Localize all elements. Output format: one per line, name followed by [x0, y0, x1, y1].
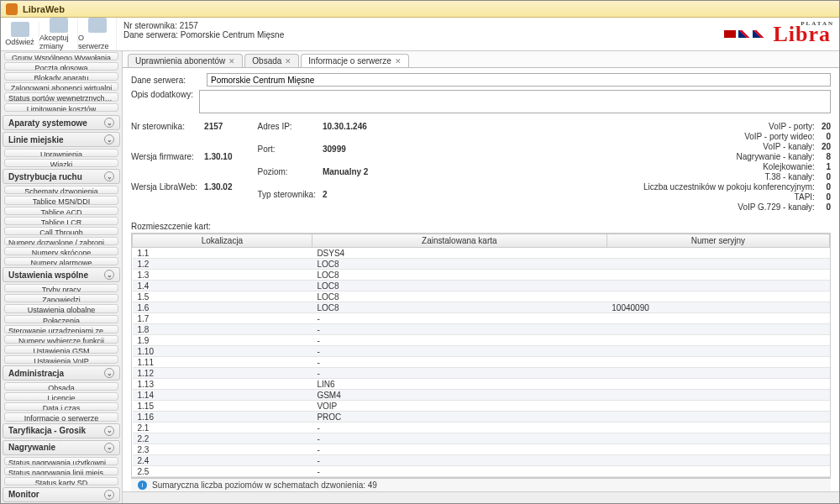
sidebar-item[interactable]: Ustawienia GSM	[4, 345, 118, 354]
sidebar-item[interactable]: Numery dozwolone / zabronione	[4, 237, 118, 245]
info-right: VoIP - porty:20VoIP - porty wideo:0VoIP …	[643, 122, 831, 212]
sidebar-item[interactable]: Tablice LCR	[4, 217, 118, 225]
flag-pl-icon[interactable]	[724, 30, 736, 38]
table-cell: LOC8	[312, 302, 606, 313]
info-value: 0	[822, 202, 831, 212]
table-row[interactable]: 1.16PROC	[133, 412, 830, 423]
table-row[interactable]: 1.13LIN6	[133, 379, 830, 390]
sidebar-item[interactable]: Data i czas	[4, 402, 118, 411]
status-text: Sumaryczna liczba poziomów w schematach …	[152, 480, 377, 490]
accordion-header[interactable]: Aparaty systemowe⌄	[3, 115, 120, 130]
table-row[interactable]: 1.7-	[133, 313, 830, 324]
accordion-header[interactable]: Administracja⌄	[3, 365, 120, 381]
sidebar-item[interactable]: Poczta głosowa	[4, 62, 118, 71]
column-header[interactable]: Lokalizacja	[133, 234, 312, 248]
accordion-header[interactable]: Taryfikacja - Grosik⌄	[3, 423, 120, 438]
info-value: 0	[822, 192, 831, 202]
table-row[interactable]: 1.12-	[133, 368, 830, 379]
sidebar-item[interactable]: Grupy Wspólnego Wywołania	[4, 52, 118, 60]
chevron-down-icon: ⌄	[104, 270, 114, 280]
sidebar-item[interactable]: Status karty SD	[4, 477, 118, 486]
table-row[interactable]: 2.4-	[133, 455, 830, 466]
sidebar-item[interactable]: Numery alarmowe	[4, 257, 118, 265]
table-cell: LIN6	[312, 379, 606, 390]
sidebar-item[interactable]: Ustawienia globalne	[4, 304, 118, 312]
sidebar-item[interactable]: Informacje o serwerze	[4, 412, 118, 421]
table-row[interactable]: 1.4LOC8	[133, 281, 830, 291]
table-row[interactable]: 1.14GSM4	[133, 390, 830, 401]
table-row[interactable]: 1.11-	[133, 357, 830, 368]
refresh-button[interactable]: Odśwież	[1, 22, 39, 46]
close-icon[interactable]: ✕	[395, 57, 402, 66]
sidebar-item[interactable]: Limitowanie kosztów	[4, 103, 118, 112]
accordion-header[interactable]: Dystrybucja ruchu⌄	[3, 169, 120, 184]
sidebar-item[interactable]: Tryby pracy	[4, 284, 118, 292]
table-cell	[606, 270, 829, 281]
tab[interactable]: Informacje o serwerze✕	[301, 54, 408, 67]
table-cell	[606, 455, 829, 466]
table-cell: 1.11	[133, 357, 312, 368]
column-header[interactable]: Zainstalowana karta	[312, 234, 606, 248]
tab[interactable]: Obsada✕	[244, 54, 299, 67]
table-row[interactable]: 1.3LOC8	[133, 270, 830, 281]
about-server-button[interactable]: O serwerze	[78, 18, 117, 50]
accordion-header[interactable]: Ustawienia wspólne⌄	[3, 267, 120, 282]
sidebar-item[interactable]: Wiązki	[4, 159, 118, 167]
flag-en-icon[interactable]	[738, 30, 750, 38]
sidebar-item[interactable]: Call Through	[4, 227, 118, 235]
cards-label: Rozmieszczenie kart:	[131, 222, 831, 231]
sidebar-item[interactable]: Schematy dzwonienia	[4, 186, 118, 194]
chevron-down-icon: ⌄	[104, 426, 114, 436]
sidebar-item[interactable]: Uprawnienia	[4, 149, 118, 157]
sidebar-item[interactable]: Blokady aparatu	[4, 72, 118, 81]
sidebar-item[interactable]: Status nagrywania linii miejskich	[4, 467, 118, 475]
table-cell	[606, 259, 829, 270]
close-icon[interactable]: ✕	[228, 57, 235, 66]
info-value: 20	[822, 122, 831, 131]
info-key: TAPI:	[643, 192, 815, 202]
table-row[interactable]: 2.5-	[133, 466, 830, 477]
flag-alt-icon[interactable]	[753, 30, 764, 38]
sidebar-item[interactable]: Sterowanie urządzeniami zewnętrznymi (I/…	[4, 325, 118, 333]
sidebar-item[interactable]: Obsada	[4, 382, 118, 391]
table-cell: 10040090	[606, 302, 829, 313]
table-row[interactable]: 1.5LOC8	[133, 291, 830, 302]
window-title: LibraWeb	[23, 4, 65, 14]
sidebar-item[interactable]: Zapowiedzi	[4, 294, 118, 302]
extra-desc-input[interactable]	[199, 90, 831, 113]
table-cell: 1.4	[133, 281, 312, 291]
sidebar-item[interactable]: Zalogowani abonenci wirtualni	[4, 82, 118, 91]
table-row[interactable]: 2.3-	[133, 444, 830, 455]
sidebar-item[interactable]: Połączenia	[4, 315, 118, 323]
info-key: Liczba uczestników w pokoju konferencyjn…	[643, 182, 815, 192]
accordion-header[interactable]: Nagrywanie⌄	[3, 440, 120, 455]
accordion-header[interactable]: Linie miejskie⌄	[3, 132, 120, 147]
table-row[interactable]: 1.9-	[133, 335, 830, 346]
table-cell: 1.1	[133, 248, 312, 259]
info-key: Wersja LibraWeb:	[131, 182, 197, 212]
sidebar-item[interactable]: Licencje	[4, 392, 118, 401]
table-row[interactable]: 1.6LOC810040090	[133, 302, 830, 313]
column-header[interactable]: Numer seryjny	[606, 234, 829, 248]
server-data-input[interactable]	[207, 73, 831, 87]
sidebar-item[interactable]: Ustawienia VoIP	[4, 355, 118, 364]
sidebar-item[interactable]: Tablice ACD	[4, 207, 118, 215]
info-key: Nagrywanie - kanały:	[643, 152, 815, 161]
sidebar-item[interactable]: Numery wybiercze funkcji	[4, 335, 118, 344]
table-row[interactable]: 1.15VOIP	[133, 401, 830, 412]
sidebar-item[interactable]: Status nagrywania użytkowników	[4, 457, 118, 465]
accept-changes-button[interactable]: Akceptuj zmiany	[39, 18, 78, 50]
sidebar-item[interactable]: Tablice MSN/DDI	[4, 196, 118, 204]
table-row[interactable]: 2.2-	[133, 433, 830, 444]
table-row[interactable]: 2.1-	[133, 423, 830, 433]
close-icon[interactable]: ✕	[285, 57, 291, 66]
info-value: 30999	[323, 144, 368, 166]
sidebar-item[interactable]: Numery skrócone	[4, 247, 118, 255]
accordion-header[interactable]: Monitor⌄	[3, 487, 120, 502]
table-row[interactable]: 1.8-	[133, 324, 830, 335]
sidebar-item[interactable]: Status portów wewnętrznych VoIP	[4, 92, 118, 101]
table-row[interactable]: 1.1DSYS4	[133, 248, 830, 259]
tab[interactable]: Uprawnienia abonentów✕	[128, 54, 243, 67]
table-row[interactable]: 1.2LOC8	[133, 259, 830, 270]
table-row[interactable]: 1.10-	[133, 346, 830, 357]
